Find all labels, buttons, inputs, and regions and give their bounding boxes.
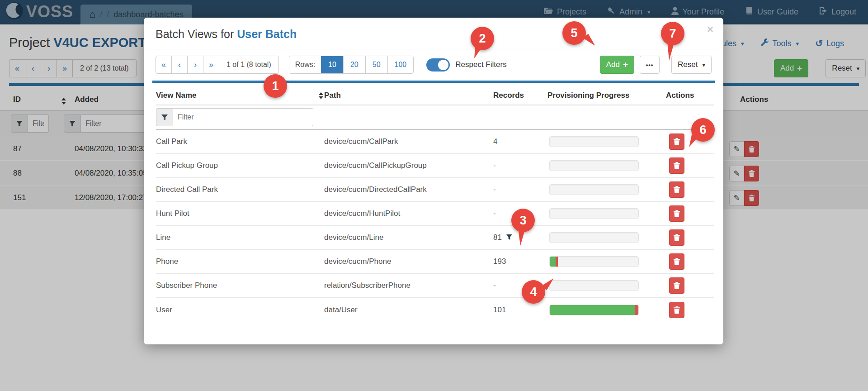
callout-badge-1: 1: [264, 74, 287, 98]
batch-view-row[interactable]: Call Park device/cucm/CallPark 4: [156, 130, 714, 154]
batch-name: User Batch: [237, 28, 297, 40]
provisioning-progress-bar: [549, 184, 639, 195]
batch-view-row[interactable]: User data/User 101: [156, 298, 714, 322]
provisioning-progress-bar: [549, 232, 639, 243]
trash-icon: [674, 162, 680, 169]
batch-view-row[interactable]: Subscriber Phone relation/SubscriberPhon…: [156, 274, 714, 298]
records-count: -: [493, 209, 496, 218]
view-path: device/cucm/CallPark: [324, 137, 493, 146]
view-name: Subscriber Phone: [156, 281, 324, 290]
callout-badge-5: 5: [562, 21, 586, 45]
plus-icon: +: [623, 60, 628, 70]
column-header-view-name[interactable]: View Name: [156, 91, 324, 100]
trash-icon: [674, 282, 680, 289]
respect-filters-toggle[interactable]: [426, 58, 450, 72]
trash-icon: [674, 138, 680, 145]
provisioning-progress-bar: [549, 280, 639, 291]
records-count: 193: [493, 257, 506, 266]
trash-icon: [674, 234, 680, 241]
batch-views-modal: Batch Views for User Batch × « ‹ › » 1 o…: [144, 18, 723, 344]
delete-view-button[interactable]: [669, 157, 684, 174]
delete-view-button[interactable]: [669, 205, 684, 222]
rows-label: Rows:: [289, 56, 321, 73]
column-header-actions: Actions: [666, 91, 714, 100]
modal-reset-button[interactable]: Reset▾: [671, 56, 712, 74]
modal-prev-button[interactable]: ‹: [171, 56, 188, 74]
rows-option-100[interactable]: 100: [387, 56, 414, 73]
records-count: 4: [493, 137, 497, 146]
view-path: device/cucm/DirectedCallPark: [324, 185, 493, 194]
view-path: device/cucm/Line: [324, 233, 493, 242]
view-name: Directed Call Park: [156, 185, 324, 194]
rows-per-page-selector: Rows: 10 20 50 100: [289, 56, 414, 74]
column-header-progress: Provisioning Progress: [547, 91, 666, 100]
callout-badge-6: 6: [691, 118, 715, 142]
modal-add-button[interactable]: Add+: [600, 56, 634, 74]
ellipsis-icon: •••: [646, 62, 654, 68]
callout-badge-3: 3: [511, 209, 535, 232]
view-name: Call Park: [156, 137, 324, 146]
rows-option-10[interactable]: 10: [321, 56, 343, 73]
provisioning-progress-bar: [549, 256, 639, 267]
records-filter-icon[interactable]: [506, 233, 512, 242]
provisioning-progress-bar: [549, 305, 639, 315]
view-name-filter-input[interactable]: [173, 108, 313, 126]
modal-header: Batch Views for User Batch ×: [144, 18, 723, 49]
filter-icon-button[interactable]: [156, 108, 173, 126]
trash-icon: [674, 306, 680, 314]
batch-view-row[interactable]: Hunt Pilot device/cucm/HuntPilot -: [156, 202, 714, 226]
view-name: User: [156, 305, 324, 315]
trash-icon: [674, 210, 680, 217]
view-name: Line: [156, 233, 324, 242]
view-path: relation/SubscriberPhone: [324, 281, 493, 290]
modal-action-buttons: Add+ ••• Reset▾: [600, 56, 712, 74]
delete-view-button[interactable]: [669, 181, 684, 198]
more-options-button[interactable]: •••: [640, 56, 660, 74]
close-icon[interactable]: ×: [707, 24, 713, 35]
modal-first-button[interactable]: «: [156, 56, 172, 74]
toggle-knob: [438, 60, 448, 70]
batch-view-row[interactable]: Directed Call Park device/cucm/DirectedC…: [156, 178, 714, 202]
chevron-down-icon: ▾: [702, 62, 705, 68]
table-header-row: View Name Path Records Provisioning Prog…: [156, 83, 714, 105]
records-count: -: [493, 281, 496, 290]
provisioning-progress-bar: [549, 208, 639, 219]
trash-icon: [674, 258, 680, 265]
trash-icon: [674, 186, 680, 193]
delete-view-button[interactable]: [669, 253, 684, 270]
view-name: Call Pickup Group: [156, 161, 324, 170]
callout-badge-2: 2: [471, 27, 494, 50]
records-count: -: [493, 185, 496, 194]
view-path: device/cucm/HuntPilot: [324, 209, 493, 218]
batch-view-row[interactable]: Call Pickup Group device/cucm/CallPickup…: [156, 154, 714, 178]
modal-controls: « ‹ › » 1 of 1 (8 total) Rows: 10 20 50 …: [156, 56, 712, 74]
modal-pagination: « ‹ › » 1 of 1 (8 total): [156, 56, 279, 74]
delete-view-button[interactable]: [669, 302, 684, 318]
view-name: Phone: [156, 257, 324, 266]
batch-view-row[interactable]: Line device/cucm/Line 81: [156, 226, 714, 250]
modal-next-button[interactable]: ›: [187, 56, 203, 74]
delete-view-button[interactable]: [669, 134, 684, 150]
provisioning-progress-bar: [549, 136, 639, 147]
batch-view-row[interactable]: Phone device/cucm/Phone 193: [156, 250, 714, 274]
modal-filter-row: [156, 105, 714, 130]
view-path: data/User: [324, 305, 493, 315]
delete-view-button[interactable]: [669, 277, 684, 294]
modal-last-button[interactable]: »: [203, 56, 219, 74]
modal-pagination-status: 1 of 1 (8 total): [219, 56, 279, 74]
records-count: 101: [493, 305, 506, 315]
column-header-records: Records: [493, 91, 547, 100]
provisioning-progress-bar: [549, 160, 639, 171]
modal-title: Batch Views for User Batch: [156, 28, 712, 41]
rows-option-20[interactable]: 20: [343, 56, 365, 73]
respect-filters-label: Respect Filters: [455, 60, 506, 69]
view-path: device/cucm/CallPickupGroup: [324, 161, 493, 170]
records-count: 81: [493, 233, 502, 242]
column-header-path[interactable]: Path: [324, 91, 493, 100]
batch-views-table: View Name Path Records Provisioning Prog…: [156, 83, 714, 322]
rows-option-50[interactable]: 50: [365, 56, 387, 73]
delete-view-button[interactable]: [669, 229, 684, 246]
callout-badge-4: 4: [522, 280, 545, 304]
sort-icon: [319, 92, 323, 99]
view-path: device/cucm/Phone: [324, 257, 493, 266]
